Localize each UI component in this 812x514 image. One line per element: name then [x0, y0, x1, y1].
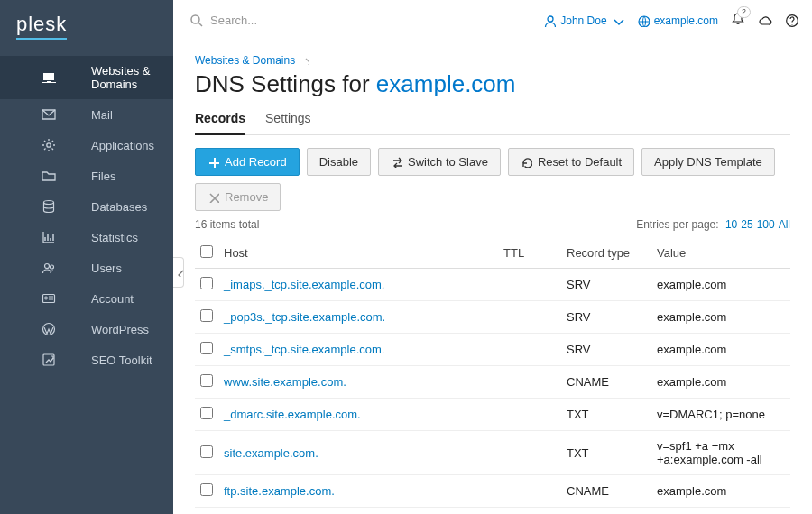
plus-icon	[208, 156, 219, 168]
gear-icon	[14, 138, 82, 152]
sidebar-item-account[interactable]: Account	[0, 283, 173, 314]
col-host[interactable]: Host	[218, 238, 498, 269]
sidebar-item-applications[interactable]: Applications	[0, 130, 173, 161]
sidebar-item-wordpress[interactable]: WordPress	[0, 314, 173, 344]
tab-records[interactable]: Records	[195, 111, 245, 135]
row-checkbox[interactable]	[200, 483, 213, 496]
record-host-link[interactable]: _dmarc.site.example.com.	[224, 408, 361, 421]
apply-template-button[interactable]: Apply DNS Template	[641, 148, 775, 176]
sidebar-item-users[interactable]: Users	[0, 252, 173, 283]
sidebar-item-files[interactable]: Files	[0, 161, 173, 191]
sidebar-item-label: SEO Toolkit	[91, 353, 159, 367]
table-row: _pop3s._tcp.site.example.com. SRV exampl…	[195, 301, 790, 334]
table-row: site.example.com. TXT v=spf1 +a +mx +a:e…	[195, 431, 790, 475]
topbar: Search... John Doe example.com 2	[173, 0, 812, 41]
sidebar-item-websites-domains[interactable]: Websites & Domains	[0, 56, 173, 99]
record-host-link[interactable]: _smtps._tcp.site.example.com.	[224, 343, 384, 356]
seo-icon	[14, 353, 82, 367]
record-type: CNAME	[561, 475, 651, 508]
record-host-link[interactable]: _imaps._tcp.site.example.com.	[224, 278, 384, 291]
subscription-menu[interactable]: example.com	[637, 14, 718, 27]
cloud-icon[interactable]	[758, 14, 772, 28]
breadcrumb: Websites & Domains	[195, 54, 790, 67]
disable-button[interactable]: Disable	[307, 148, 371, 176]
sidebar-collapse-handle[interactable]	[173, 257, 184, 288]
sidebar-item-label: Account	[91, 292, 159, 306]
perpage-10[interactable]: 10	[725, 218, 737, 231]
mail-icon	[14, 107, 82, 122]
record-type: SRV	[561, 334, 651, 366]
col-type[interactable]: Record type	[561, 238, 651, 269]
user-name: John Doe	[560, 14, 606, 27]
globe-icon	[637, 14, 650, 27]
table-row: ipv4.site.example.com. A 10.59.3.105	[195, 508, 790, 515]
wordpress-icon	[14, 322, 82, 336]
switch-to-slave-button[interactable]: Switch to Slave	[378, 148, 501, 176]
sidebar: plesk Websites & DomainsMailApplications…	[0, 0, 173, 514]
perpage-All[interactable]: All	[779, 218, 790, 231]
card-icon	[14, 291, 82, 306]
perpage-label: Entries per page:	[636, 218, 718, 231]
record-type: SRV	[561, 269, 651, 301]
record-ttl	[498, 475, 561, 508]
row-checkbox[interactable]	[200, 407, 213, 419]
sidebar-item-statistics[interactable]: Statistics	[0, 222, 173, 252]
record-value: example.com	[651, 269, 790, 301]
col-value[interactable]: Value	[651, 238, 790, 269]
select-all-checkbox[interactable]	[200, 245, 213, 258]
record-ttl	[498, 508, 561, 515]
sidebar-item-seo-toolkit[interactable]: SEO Toolkit	[0, 344, 173, 375]
sidebar-item-label: Applications	[91, 139, 159, 152]
record-value: example.com	[651, 334, 790, 366]
record-host-link[interactable]: ftp.site.example.com.	[224, 484, 335, 498]
row-checkbox[interactable]	[200, 374, 213, 387]
perpage-100[interactable]: 100	[757, 218, 775, 231]
sidebar-item-label: Files	[91, 170, 159, 183]
record-host-link[interactable]: _pop3s._tcp.site.example.com.	[224, 310, 385, 324]
add-record-button[interactable]: Add Record	[195, 148, 300, 176]
sidebar-item-label: Statistics	[91, 231, 159, 244]
users-icon	[14, 261, 82, 275]
reset-default-button[interactable]: Reset to Default	[508, 148, 634, 176]
perpage-25[interactable]: 25	[741, 218, 752, 231]
record-host-link[interactable]: www.site.example.com.	[224, 375, 346, 389]
table-row: www.site.example.com. CNAME example.com	[195, 366, 790, 399]
row-checkbox[interactable]	[200, 277, 213, 289]
row-checkbox[interactable]	[200, 309, 213, 322]
search-placeholder: Search...	[210, 14, 257, 27]
sidebar-item-databases[interactable]: Databases	[0, 191, 173, 222]
remove-button[interactable]: Remove	[195, 183, 281, 211]
search-box[interactable]: Search...	[189, 14, 536, 27]
col-ttl[interactable]: TTL	[498, 238, 561, 269]
sidebar-item-label: Websites & Domains	[91, 64, 159, 91]
table-row: _dmarc.site.example.com. TXT v=DMARC1; p…	[195, 399, 790, 431]
row-checkbox[interactable]	[200, 445, 213, 458]
record-value: example.com	[651, 475, 790, 508]
breadcrumb-root[interactable]: Websites & Domains	[195, 54, 295, 67]
logo: plesk	[0, 0, 173, 56]
page-title-domain: example.com	[376, 70, 516, 97]
tab-settings[interactable]: Settings	[265, 111, 311, 134]
chevron-down-icon	[612, 14, 624, 27]
user-menu[interactable]: John Doe	[543, 14, 623, 27]
table-row: _smtps._tcp.site.example.com. SRV exampl…	[195, 334, 790, 366]
notification-badge: 2	[737, 6, 751, 18]
record-type: CNAME	[561, 366, 651, 399]
add-record-label: Add Record	[225, 155, 287, 169]
notifications-button[interactable]: 2	[731, 12, 745, 29]
record-value: 10.59.3.105	[651, 508, 790, 515]
record-ttl	[498, 269, 561, 301]
record-host-link[interactable]: site.example.com.	[224, 446, 318, 460]
help-icon[interactable]	[785, 14, 799, 28]
record-type: SRV	[561, 301, 651, 334]
sidebar-item-mail[interactable]: Mail	[0, 99, 173, 130]
row-checkbox[interactable]	[200, 342, 213, 354]
remove-label: Remove	[225, 190, 268, 204]
sidebar-item-label: WordPress	[91, 323, 159, 336]
record-value: example.com	[651, 366, 790, 399]
x-icon	[208, 191, 219, 203]
table-row: ftp.site.example.com. CNAME example.com	[195, 475, 790, 508]
record-value: v=spf1 +a +mx +a:example.com -all	[651, 431, 790, 475]
sidebar-item-label: Databases	[91, 200, 159, 214]
tabs: RecordsSettings	[195, 111, 790, 135]
